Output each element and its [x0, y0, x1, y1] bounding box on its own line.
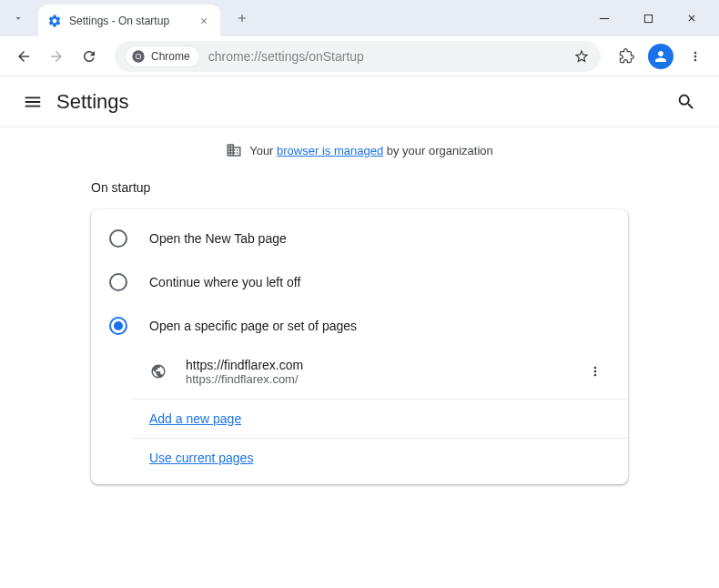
toolbar-right	[612, 42, 710, 71]
managed-link[interactable]: browser is managed	[277, 144, 383, 157]
startup-pages-list: https://findflarex.com https://findflare…	[91, 348, 628, 477]
radio-option-specific-pages[interactable]: Open a specific page or set of pages	[91, 304, 628, 348]
browser-menu-button[interactable]	[681, 42, 710, 71]
minimize-icon	[599, 13, 610, 24]
page-info: https://findflarex.com https://findflare…	[186, 358, 581, 386]
maximize-icon	[643, 14, 653, 24]
vertical-dots-icon	[688, 49, 703, 64]
browser-toolbar: Chrome chrome://settings/onStartup	[0, 36, 719, 76]
svg-point-4	[137, 54, 141, 58]
startup-card: Open the New Tab page Continue where you…	[91, 209, 628, 484]
back-button[interactable]	[9, 42, 38, 71]
radio-label: Open the New Tab page	[149, 231, 287, 246]
extensions-button[interactable]	[612, 42, 641, 71]
minimize-button[interactable]	[593, 7, 615, 29]
managed-text: Your browser is managed by your organiza…	[249, 144, 493, 157]
tabs-dropdown-button[interactable]	[7, 7, 29, 29]
settings-title: Settings	[56, 90, 129, 114]
radio-indicator	[109, 273, 127, 291]
radio-label: Open a specific page or set of pages	[149, 319, 357, 333]
chevron-down-icon	[13, 13, 24, 24]
reload-button[interactable]	[75, 42, 104, 71]
add-page-row: Add a new page	[131, 400, 628, 439]
startup-page-title: https://findflarex.com	[186, 358, 581, 372]
star-icon	[573, 48, 590, 65]
profile-button[interactable]	[648, 44, 673, 69]
radio-indicator	[109, 317, 127, 335]
bookmark-button[interactable]	[573, 48, 590, 65]
globe-icon	[149, 362, 167, 380]
settings-header: Settings	[0, 76, 719, 127]
new-tab-button[interactable]	[229, 5, 255, 31]
maximize-button[interactable]	[637, 7, 659, 29]
plus-icon	[236, 12, 248, 25]
omnibox-site-chip[interactable]: Chrome	[126, 46, 199, 66]
omnibox[interactable]: Chrome chrome://settings/onStartup	[115, 41, 601, 72]
close-icon	[199, 16, 208, 25]
tab-title: Settings - On startup	[69, 15, 189, 27]
svg-rect-1	[644, 15, 652, 22]
close-icon	[686, 13, 697, 24]
arrow-left-icon	[15, 48, 32, 65]
settings-menu-button[interactable]	[15, 84, 51, 120]
reload-icon	[81, 48, 97, 65]
radio-indicator	[109, 229, 127, 248]
radio-option-new-tab[interactable]: Open the New Tab page	[91, 217, 628, 260]
omnibox-chip-label: Chrome	[151, 50, 190, 63]
managed-banner: Your browser is managed by your organiza…	[0, 127, 719, 173]
use-current-pages-link[interactable]: Use current pages	[149, 451, 253, 465]
startup-page-url: https://findflarex.com/	[186, 372, 581, 386]
chrome-icon	[131, 49, 146, 64]
browser-titlebar: Settings - On startup	[0, 0, 719, 36]
building-icon	[226, 142, 242, 158]
use-current-row: Use current pages	[131, 439, 628, 477]
search-icon	[676, 92, 696, 112]
startup-page-row: https://findflarex.com https://findflare…	[131, 348, 628, 400]
radio-option-continue[interactable]: Continue where you left off	[91, 260, 628, 304]
svg-rect-0	[600, 18, 609, 19]
extension-icon	[619, 48, 634, 64]
close-window-button[interactable]	[681, 7, 703, 29]
settings-content: On startup Open the New Tab page Continu…	[0, 180, 719, 484]
window-controls	[593, 7, 712, 29]
forward-button[interactable]	[42, 42, 71, 71]
section-title: On startup	[91, 180, 701, 195]
startup-page-menu-button[interactable]	[581, 357, 610, 386]
settings-gear-icon	[47, 14, 62, 28]
arrow-right-icon	[48, 48, 65, 65]
radio-label: Continue where you left off	[149, 275, 300, 289]
browser-tab[interactable]: Settings - On startup	[38, 5, 220, 36]
hamburger-icon	[23, 92, 43, 112]
tab-close-button[interactable]	[197, 14, 211, 28]
person-icon	[653, 48, 669, 65]
add-page-link[interactable]: Add a new page	[149, 411, 241, 426]
omnibox-url: chrome://settings/onStartup	[208, 49, 364, 64]
vertical-dots-icon	[588, 364, 603, 379]
settings-search-button[interactable]	[668, 84, 704, 120]
